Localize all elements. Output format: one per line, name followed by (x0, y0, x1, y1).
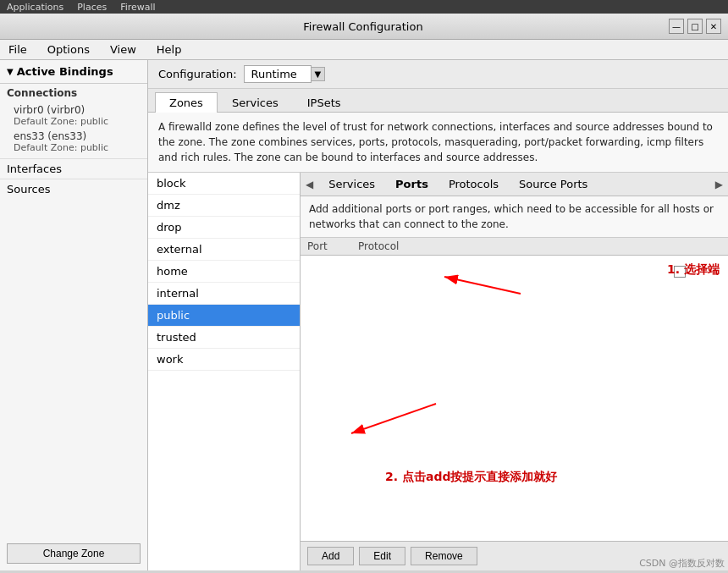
remove-button[interactable]: Remove (411, 547, 477, 565)
protocol-column-header: Protocol (358, 240, 721, 252)
ports-table-header: Port Protocol (301, 238, 728, 256)
svg-line-2 (351, 404, 436, 433)
connection-ens33[interactable]: ens33 (ens33) Default Zone: public (7, 129, 141, 155)
configuration-label: Configuration: (158, 68, 237, 80)
system-bar-applications[interactable]: Applications (7, 2, 63, 13)
config-bar: Configuration: Runtime ▼ (148, 60, 728, 89)
sub-nav-right-arrow[interactable]: ▶ (710, 174, 728, 196)
tab-ipsets[interactable]: IPSets (293, 92, 356, 113)
sub-nav: ◀ Services Ports Protocols Source Ports … (301, 173, 728, 196)
zone-public[interactable]: public (148, 305, 300, 327)
sub-nav-services[interactable]: Services (318, 173, 385, 196)
sidebar: ▼ Active Bindings Connections virbr0 (vi… (0, 60, 148, 570)
zone-external[interactable]: external (148, 239, 300, 261)
collapse-icon[interactable]: ▼ (7, 67, 14, 76)
menu-options[interactable]: Options (42, 41, 95, 58)
change-zone-button[interactable]: Change Zone (7, 543, 141, 564)
connection-virbr0[interactable]: virbr0 (virbr0) Default Zone: public (7, 102, 141, 129)
zone-work[interactable]: work (148, 349, 300, 371)
config-value[interactable]: Runtime (244, 65, 312, 83)
active-bindings-label: Active Bindings (17, 65, 113, 78)
watermark: CSDN @指数反对数 (639, 557, 725, 570)
system-bar: Applications Places Firewall (0, 0, 728, 14)
virbr0-zone: Default Zone: public (14, 116, 141, 127)
close-button[interactable]: ✕ (706, 19, 721, 34)
edit-button[interactable]: Edit (359, 547, 405, 565)
zone-description: A firewalld zone defines the level of tr… (148, 113, 728, 173)
right-panel: ◀ Services Ports Protocols Source Ports … (301, 173, 728, 570)
svg-line-1 (444, 277, 521, 294)
connections-section: Connections virbr0 (virbr0) Default Zone… (0, 84, 147, 158)
tab-zones[interactable]: Zones (155, 92, 218, 113)
sidebar-bottom: Change Zone (0, 199, 147, 570)
menu-bar: File Options View Help (0, 40, 728, 60)
ens33-name: ens33 (ens33) (14, 130, 141, 142)
zone-internal[interactable]: internal (148, 283, 300, 305)
menu-view[interactable]: View (105, 41, 141, 58)
sub-nav-ports[interactable]: Ports (385, 173, 438, 196)
window-title: Firewall Configuration (58, 20, 669, 33)
connections-label: Connections (7, 87, 141, 99)
virbr0-name: virbr0 (virbr0) (14, 104, 141, 116)
zone-home[interactable]: home (148, 261, 300, 283)
config-select: Runtime ▼ (244, 65, 326, 83)
annotation-step2: 2. 点击add按提示直接添加就好 (385, 469, 557, 486)
system-bar-firewall[interactable]: Firewall (120, 2, 155, 13)
annotation-arrows (301, 256, 728, 541)
zone-dmz[interactable]: dmz (148, 195, 300, 217)
sidebar-item-interfaces[interactable]: Interfaces (0, 158, 147, 179)
zone-block[interactable]: block (148, 173, 300, 195)
title-bar: Firewall Configuration — □ ✕ (0, 14, 728, 40)
sub-nav-left-arrow[interactable]: ◀ (301, 174, 318, 196)
ports-description: Add additional ports or port ranges, whi… (301, 196, 728, 238)
sidebar-item-sources[interactable]: Sources (0, 179, 147, 199)
ens33-zone: Default Zone: public (14, 142, 141, 153)
sub-nav-sourceports[interactable]: Source Ports (509, 173, 598, 196)
window-controls: — □ ✕ (669, 19, 721, 34)
minimize-button[interactable]: — (669, 19, 684, 34)
zone-list: block dmz drop external home internal pu… (148, 173, 301, 570)
annotation-step1: 1. 选择端 (667, 262, 720, 278)
system-bar-places[interactable]: Places (77, 2, 107, 13)
ports-table-body: 1. 选择端 2. 点击add按提示直接添加就好 (301, 256, 728, 541)
zone-panel: block dmz drop external home internal pu… (148, 173, 728, 570)
active-bindings-header: ▼ Active Bindings (0, 60, 147, 84)
maximize-button[interactable]: □ (687, 19, 703, 34)
config-dropdown-arrow[interactable]: ▼ (312, 67, 326, 81)
menu-file[interactable]: File (3, 41, 32, 58)
add-button[interactable]: Add (307, 547, 354, 565)
main-content: Configuration: Runtime ▼ Zones Services … (148, 60, 728, 570)
sub-nav-protocols[interactable]: Protocols (438, 173, 509, 196)
zone-drop[interactable]: drop (148, 217, 300, 239)
menu-help[interactable]: Help (152, 41, 187, 58)
zone-trusted[interactable]: trusted (148, 327, 300, 349)
app-body: ▼ Active Bindings Connections virbr0 (vi… (0, 60, 728, 570)
tab-services[interactable]: Services (218, 92, 293, 113)
tabs-row: Zones Services IPSets (148, 89, 728, 113)
port-column-header: Port (307, 240, 358, 252)
